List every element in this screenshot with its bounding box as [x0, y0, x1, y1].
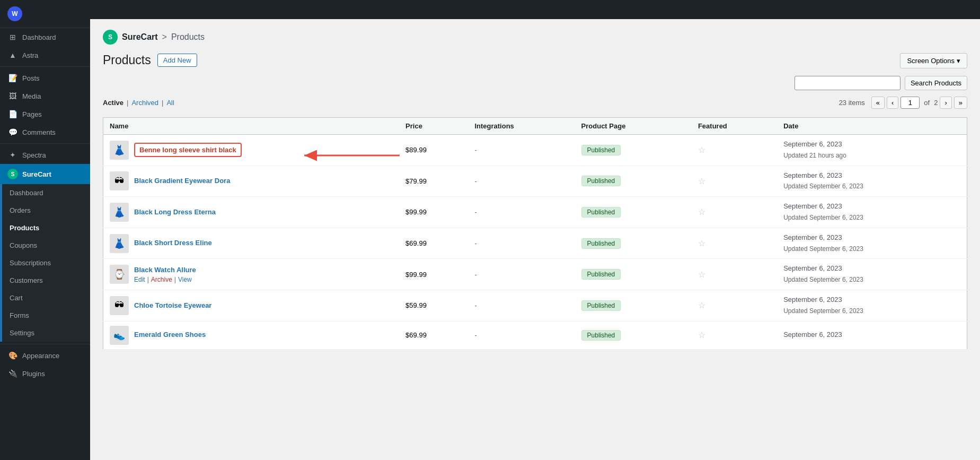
- status-badge: Published: [581, 238, 621, 249]
- pagination-last-button[interactable]: »: [954, 97, 967, 109]
- status-badge: Published: [581, 176, 621, 186]
- sidebar-item-pages[interactable]: 📄 Pages: [0, 105, 90, 123]
- product-page-status: Published: [575, 135, 692, 166]
- sc-customers-label: Customers: [10, 276, 43, 284]
- row-action-view[interactable]: View: [178, 276, 192, 283]
- product-page-status: Published: [575, 321, 692, 349]
- col-name: Name: [103, 118, 400, 135]
- star-icon[interactable]: ☆: [698, 207, 705, 216]
- star-icon[interactable]: ☆: [698, 301, 705, 310]
- search-input[interactable]: [794, 76, 900, 90]
- product-page-status: Published: [575, 290, 692, 321]
- page-title: Products: [103, 53, 151, 67]
- product-integrations: -: [468, 321, 575, 349]
- product-date: September 6, 2023Updated September 6, 20…: [777, 228, 967, 259]
- filter-tab-active[interactable]: Active: [103, 99, 123, 107]
- product-date: September 6, 2023Updated September 6, 20…: [777, 166, 967, 197]
- pages-icon: 📄: [7, 110, 18, 118]
- breadcrumb-sc-name: SureCart: [122, 32, 158, 42]
- product-name-link[interactable]: Black Watch Allure: [134, 266, 196, 274]
- product-name-link[interactable]: Black Short Dress Eline: [134, 239, 212, 247]
- pagination-next-button[interactable]: ›: [940, 97, 951, 109]
- pagination-total-pages: 2: [934, 99, 938, 107]
- pagination-prev-button[interactable]: ‹: [887, 97, 898, 109]
- sidebar-item-comments[interactable]: 💬 Comments: [0, 123, 90, 141]
- star-icon[interactable]: ☆: [698, 145, 705, 154]
- sidebar-item-label-spectra: Spectra: [22, 151, 46, 159]
- pagination-toolbar: 23 items « ‹ of 2 › »: [839, 97, 967, 109]
- product-page-status: Published: [575, 166, 692, 197]
- sc-dashboard-label: Dashboard: [10, 189, 43, 197]
- pagination-page-input[interactable]: [900, 97, 920, 109]
- star-icon[interactable]: ☆: [698, 270, 705, 279]
- sidebar-item-sc-products[interactable]: Products: [2, 219, 90, 237]
- breadcrumb-separator: >: [162, 32, 167, 42]
- sidebar-item-sc-customers[interactable]: Customers: [2, 272, 90, 289]
- astra-icon: ▲: [7, 51, 18, 59]
- sidebar-item-label-media: Media: [22, 92, 41, 100]
- sidebar-item-appearance[interactable]: 🎨 Appearance: [0, 346, 90, 364]
- sidebar-item-plugins[interactable]: 🔌 Plugins: [0, 364, 90, 383]
- product-integrations: -: [468, 259, 575, 290]
- status-badge: Published: [581, 269, 621, 280]
- sc-cart-label: Cart: [10, 294, 23, 302]
- product-date: September 6, 2023Updated September 6, 20…: [777, 259, 967, 290]
- sidebar-item-sc-subscriptions[interactable]: Subscriptions: [2, 254, 90, 272]
- table-header-row: Name Price Integrations Product Page Fea…: [103, 118, 967, 135]
- breadcrumb: S SureCart > Products: [103, 30, 967, 45]
- sidebar-item-media[interactable]: 🖼 Media: [0, 87, 90, 105]
- posts-icon: 📝: [7, 74, 18, 82]
- sidebar-item-dashboard[interactable]: ⊞ Dashboard: [0, 28, 90, 46]
- product-thumbnail: 🕶: [110, 171, 129, 190]
- product-name-link[interactable]: Emerald Green Shoes: [134, 331, 206, 339]
- product-thumbnail: ⌚: [110, 265, 129, 284]
- table-row: 👟Emerald Green Shoes$69.99-Published☆Sep…: [103, 321, 967, 349]
- admin-topbar: [90, 0, 980, 19]
- sidebar: W ⊞ Dashboard ▲ Astra 📝 Posts 🖼 Media 📄 …: [0, 0, 90, 460]
- sidebar-item-sc-coupons[interactable]: Coupons: [2, 237, 90, 254]
- status-badge: Published: [581, 207, 621, 218]
- sidebar-item-sc-orders[interactable]: Orders: [2, 202, 90, 219]
- filter-tab-all[interactable]: All: [166, 99, 174, 107]
- sidebar-item-sc-forms[interactable]: Forms: [2, 307, 90, 324]
- pagination-first-button[interactable]: «: [871, 97, 885, 109]
- product-price: $89.99: [399, 135, 468, 166]
- sidebar-item-spectra[interactable]: ✦ Spectra: [0, 146, 90, 164]
- sc-products-label: Products: [10, 224, 39, 232]
- star-icon[interactable]: ☆: [698, 331, 705, 340]
- product-page-status: Published: [575, 259, 692, 290]
- sc-orders-label: Orders: [10, 206, 31, 214]
- sidebar-item-astra[interactable]: ▲ Astra: [0, 46, 90, 64]
- screen-options-label: Screen Options: [907, 57, 955, 65]
- product-thumbnail: 👗: [110, 234, 129, 253]
- product-date: September 6, 2023Updated 21 hours ago: [777, 135, 967, 166]
- table-row: 🕶Black Gradient Eyewear Dora$79.99-Publi…: [103, 166, 967, 197]
- pagination-total: 23 items: [839, 99, 865, 107]
- product-thumbnail: 🕶: [110, 296, 129, 315]
- product-date: September 6, 2023: [777, 321, 967, 349]
- product-name-link[interactable]: Benne long sleeve shirt black: [134, 143, 242, 157]
- row-action-edit[interactable]: Edit: [134, 276, 145, 283]
- screen-options-button[interactable]: Screen Options ▾: [900, 53, 967, 68]
- product-price: $79.99: [399, 166, 468, 197]
- search-products-button[interactable]: Search Products: [905, 76, 967, 90]
- sidebar-item-sc-cart[interactable]: Cart: [2, 289, 90, 307]
- search-row: Search Products: [103, 76, 967, 90]
- wp-logo-icon: W: [7, 6, 22, 21]
- sidebar-item-posts[interactable]: 📝 Posts: [0, 69, 90, 87]
- sidebar-item-surecart[interactable]: S SureCart: [0, 164, 90, 184]
- star-icon[interactable]: ☆: [698, 177, 705, 186]
- add-new-button[interactable]: Add New: [157, 54, 197, 67]
- divider2: [0, 143, 90, 144]
- spectra-icon: ✦: [7, 151, 18, 159]
- filter-tab-archived[interactable]: Archived: [131, 99, 158, 107]
- appearance-icon: 🎨: [7, 351, 18, 360]
- product-name-link[interactable]: Black Long Dress Eterna: [134, 208, 216, 216]
- product-name-link[interactable]: Black Gradient Eyewear Dora: [134, 177, 230, 185]
- product-name-link[interactable]: Chloe Tortoise Eyewear: [134, 301, 211, 309]
- sidebar-item-sc-dashboard[interactable]: Dashboard: [2, 184, 90, 202]
- sidebar-item-sc-settings[interactable]: Settings: [2, 324, 90, 342]
- product-integrations: -: [468, 228, 575, 259]
- star-icon[interactable]: ☆: [698, 239, 705, 248]
- row-action-archive[interactable]: Archive: [151, 276, 172, 283]
